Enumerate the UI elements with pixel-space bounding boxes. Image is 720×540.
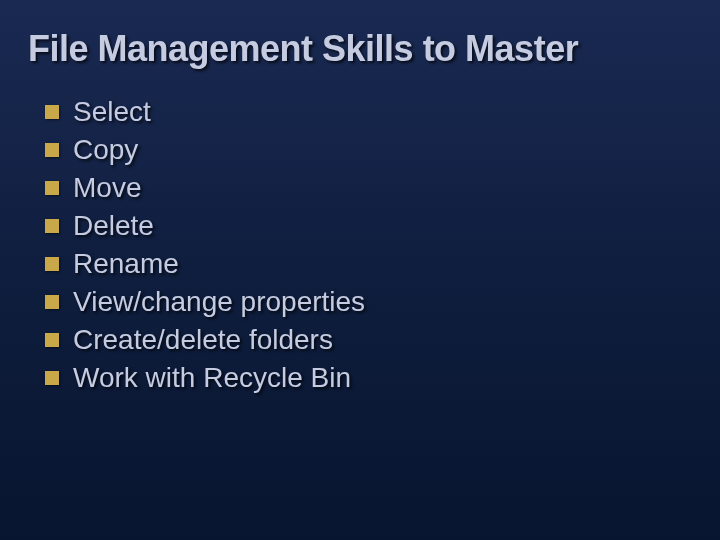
bullet-text: Move xyxy=(73,172,141,204)
bullet-text: Work with Recycle Bin xyxy=(73,362,351,394)
bullet-text: Delete xyxy=(73,210,154,242)
bullet-text: View/change properties xyxy=(73,286,365,318)
list-item: Work with Recycle Bin xyxy=(45,362,720,394)
bullet-text: Create/delete folders xyxy=(73,324,333,356)
bullet-text: Copy xyxy=(73,134,138,166)
bullet-icon xyxy=(45,181,59,195)
bullet-icon xyxy=(45,333,59,347)
bullet-icon xyxy=(45,371,59,385)
bullet-icon xyxy=(45,295,59,309)
bullet-text: Rename xyxy=(73,248,179,280)
list-item: Create/delete folders xyxy=(45,324,720,356)
list-item: Move xyxy=(45,172,720,204)
list-item: Delete xyxy=(45,210,720,242)
bullet-icon xyxy=(45,219,59,233)
list-item: View/change properties xyxy=(45,286,720,318)
list-item: Rename xyxy=(45,248,720,280)
list-item: Select xyxy=(45,96,720,128)
bullet-list: Select Copy Move Delete Rename View/chan… xyxy=(0,88,720,394)
bullet-icon xyxy=(45,257,59,271)
bullet-icon xyxy=(45,143,59,157)
bullet-text: Select xyxy=(73,96,151,128)
list-item: Copy xyxy=(45,134,720,166)
bullet-icon xyxy=(45,105,59,119)
slide-title: File Management Skills to Master xyxy=(0,0,720,88)
